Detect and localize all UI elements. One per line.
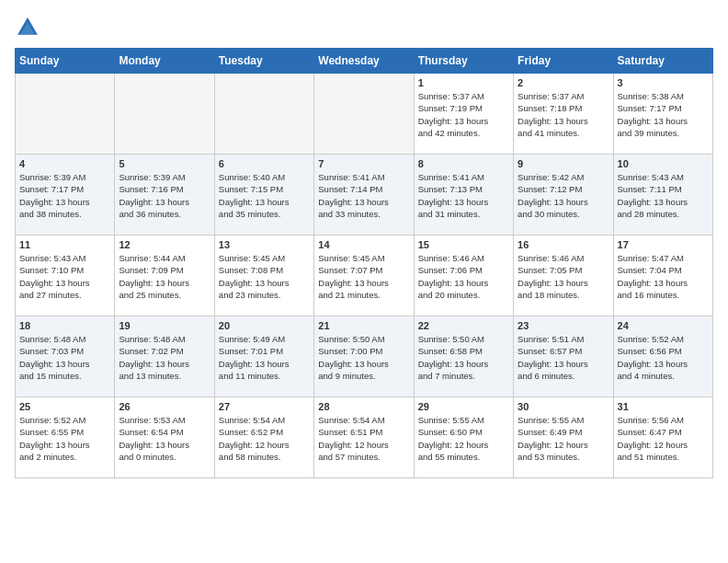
day-info: Sunrise: 5:43 AM Sunset: 7:10 PM Dayligh… <box>19 252 110 301</box>
header-sunday: Sunday <box>16 49 115 74</box>
calendar-cell: 23Sunrise: 5:51 AM Sunset: 6:57 PM Dayli… <box>514 316 613 397</box>
day-number: 17 <box>618 239 709 250</box>
day-number: 7 <box>318 158 409 169</box>
day-info: Sunrise: 5:50 AM Sunset: 7:00 PM Dayligh… <box>318 333 409 382</box>
day-info: Sunrise: 5:54 AM Sunset: 6:52 PM Dayligh… <box>219 414 310 463</box>
day-number: 30 <box>518 401 609 412</box>
day-info: Sunrise: 5:49 AM Sunset: 7:01 PM Dayligh… <box>219 333 310 382</box>
week-row-1: 1Sunrise: 5:37 AM Sunset: 7:19 PM Daylig… <box>16 74 713 155</box>
calendar-cell: 17Sunrise: 5:47 AM Sunset: 7:04 PM Dayli… <box>613 236 712 316</box>
header-row: SundayMondayTuesdayWednesdayThursdayFrid… <box>16 49 713 74</box>
calendar-cell: 22Sunrise: 5:50 AM Sunset: 6:58 PM Dayli… <box>414 316 513 397</box>
calendar-cell: 30Sunrise: 5:55 AM Sunset: 6:49 PM Dayli… <box>514 397 613 478</box>
calendar-cell: 7Sunrise: 5:41 AM Sunset: 7:14 PM Daylig… <box>314 155 414 236</box>
calendar-cell: 18Sunrise: 5:48 AM Sunset: 7:03 PM Dayli… <box>16 316 115 397</box>
calendar-cell: 26Sunrise: 5:53 AM Sunset: 6:54 PM Dayli… <box>115 397 214 478</box>
day-number: 10 <box>618 158 709 169</box>
day-number: 29 <box>418 401 509 412</box>
calendar-cell: 2Sunrise: 5:37 AM Sunset: 7:18 PM Daylig… <box>514 74 613 155</box>
day-info: Sunrise: 5:52 AM Sunset: 6:56 PM Dayligh… <box>618 333 709 382</box>
header-monday: Monday <box>115 49 214 74</box>
header-friday: Friday <box>514 49 613 74</box>
calendar-cell: 29Sunrise: 5:55 AM Sunset: 6:50 PM Dayli… <box>414 397 513 478</box>
day-number: 15 <box>418 239 509 250</box>
day-number: 8 <box>418 158 509 169</box>
calendar-cell: 4Sunrise: 5:39 AM Sunset: 7:17 PM Daylig… <box>16 155 115 236</box>
day-number: 16 <box>518 239 609 250</box>
day-info: Sunrise: 5:41 AM Sunset: 7:13 PM Dayligh… <box>418 171 509 220</box>
week-row-3: 11Sunrise: 5:43 AM Sunset: 7:10 PM Dayli… <box>16 236 713 316</box>
calendar-cell: 20Sunrise: 5:49 AM Sunset: 7:01 PM Dayli… <box>214 316 313 397</box>
calendar-cell: 24Sunrise: 5:52 AM Sunset: 6:56 PM Dayli… <box>613 316 712 397</box>
day-number: 2 <box>518 77 609 88</box>
day-number: 21 <box>318 320 409 331</box>
day-number: 28 <box>318 401 409 412</box>
header-thursday: Thursday <box>414 49 513 74</box>
day-number: 3 <box>618 77 709 88</box>
day-info: Sunrise: 5:45 AM Sunset: 7:08 PM Dayligh… <box>219 252 310 301</box>
calendar-cell: 19Sunrise: 5:48 AM Sunset: 7:02 PM Dayli… <box>115 316 214 397</box>
day-number: 27 <box>219 401 310 412</box>
day-number: 25 <box>19 401 110 412</box>
page-header <box>15 15 713 40</box>
day-info: Sunrise: 5:56 AM Sunset: 6:47 PM Dayligh… <box>618 414 709 463</box>
day-info: Sunrise: 5:55 AM Sunset: 6:49 PM Dayligh… <box>518 414 609 463</box>
calendar-cell <box>314 74 414 155</box>
calendar-cell: 27Sunrise: 5:54 AM Sunset: 6:52 PM Dayli… <box>214 397 313 478</box>
day-info: Sunrise: 5:54 AM Sunset: 6:51 PM Dayligh… <box>318 414 409 463</box>
calendar-cell: 1Sunrise: 5:37 AM Sunset: 7:19 PM Daylig… <box>414 74 513 155</box>
logo <box>15 15 44 40</box>
day-number: 14 <box>318 239 409 250</box>
calendar-cell: 8Sunrise: 5:41 AM Sunset: 7:13 PM Daylig… <box>414 155 513 236</box>
calendar-cell <box>214 74 313 155</box>
day-info: Sunrise: 5:50 AM Sunset: 6:58 PM Dayligh… <box>418 333 509 382</box>
calendar-cell: 9Sunrise: 5:42 AM Sunset: 7:12 PM Daylig… <box>514 155 613 236</box>
day-info: Sunrise: 5:48 AM Sunset: 7:03 PM Dayligh… <box>19 333 110 382</box>
day-info: Sunrise: 5:48 AM Sunset: 7:02 PM Dayligh… <box>119 333 210 382</box>
calendar-cell: 16Sunrise: 5:46 AM Sunset: 7:05 PM Dayli… <box>514 236 613 316</box>
day-info: Sunrise: 5:39 AM Sunset: 7:17 PM Dayligh… <box>19 171 110 220</box>
header-wednesday: Wednesday <box>314 49 414 74</box>
day-number: 24 <box>618 320 709 331</box>
calendar-cell: 6Sunrise: 5:40 AM Sunset: 7:15 PM Daylig… <box>214 155 313 236</box>
week-row-2: 4Sunrise: 5:39 AM Sunset: 7:17 PM Daylig… <box>16 155 713 236</box>
day-info: Sunrise: 5:51 AM Sunset: 6:57 PM Dayligh… <box>518 333 609 382</box>
calendar-cell: 5Sunrise: 5:39 AM Sunset: 7:16 PM Daylig… <box>115 155 214 236</box>
day-number: 26 <box>119 401 210 412</box>
calendar-cell: 12Sunrise: 5:44 AM Sunset: 7:09 PM Dayli… <box>115 236 214 316</box>
day-info: Sunrise: 5:37 AM Sunset: 7:19 PM Dayligh… <box>418 90 509 139</box>
calendar-cell: 3Sunrise: 5:38 AM Sunset: 7:17 PM Daylig… <box>613 74 712 155</box>
day-info: Sunrise: 5:53 AM Sunset: 6:54 PM Dayligh… <box>119 414 210 463</box>
calendar-cell: 25Sunrise: 5:52 AM Sunset: 6:55 PM Dayli… <box>16 397 115 478</box>
day-info: Sunrise: 5:44 AM Sunset: 7:09 PM Dayligh… <box>119 252 210 301</box>
day-number: 9 <box>518 158 609 169</box>
calendar-table: SundayMondayTuesdayWednesdayThursdayFrid… <box>15 48 713 478</box>
calendar-cell: 28Sunrise: 5:54 AM Sunset: 6:51 PM Dayli… <box>314 397 414 478</box>
calendar-cell: 14Sunrise: 5:45 AM Sunset: 7:07 PM Dayli… <box>314 236 414 316</box>
calendar-cell: 31Sunrise: 5:56 AM Sunset: 6:47 PM Dayli… <box>613 397 712 478</box>
day-info: Sunrise: 5:40 AM Sunset: 7:15 PM Dayligh… <box>219 171 310 220</box>
day-info: Sunrise: 5:38 AM Sunset: 7:17 PM Dayligh… <box>618 90 709 139</box>
day-info: Sunrise: 5:45 AM Sunset: 7:07 PM Dayligh… <box>318 252 409 301</box>
day-info: Sunrise: 5:47 AM Sunset: 7:04 PM Dayligh… <box>618 252 709 301</box>
day-number: 1 <box>418 77 509 88</box>
day-info: Sunrise: 5:39 AM Sunset: 7:16 PM Dayligh… <box>119 171 210 220</box>
week-row-5: 25Sunrise: 5:52 AM Sunset: 6:55 PM Dayli… <box>16 397 713 478</box>
week-row-4: 18Sunrise: 5:48 AM Sunset: 7:03 PM Dayli… <box>16 316 713 397</box>
calendar-cell: 21Sunrise: 5:50 AM Sunset: 7:00 PM Dayli… <box>314 316 414 397</box>
day-info: Sunrise: 5:43 AM Sunset: 7:11 PM Dayligh… <box>618 171 709 220</box>
day-number: 4 <box>19 158 110 169</box>
day-number: 31 <box>618 401 709 412</box>
day-info: Sunrise: 5:37 AM Sunset: 7:18 PM Dayligh… <box>518 90 609 139</box>
day-info: Sunrise: 5:46 AM Sunset: 7:06 PM Dayligh… <box>418 252 509 301</box>
day-info: Sunrise: 5:42 AM Sunset: 7:12 PM Dayligh… <box>518 171 609 220</box>
header-saturday: Saturday <box>613 49 712 74</box>
day-number: 19 <box>119 320 210 331</box>
day-number: 5 <box>119 158 210 169</box>
day-number: 6 <box>219 158 310 169</box>
day-number: 13 <box>219 239 310 250</box>
day-info: Sunrise: 5:41 AM Sunset: 7:14 PM Dayligh… <box>318 171 409 220</box>
logo-icon <box>15 15 40 40</box>
calendar-cell <box>115 74 214 155</box>
day-number: 22 <box>418 320 509 331</box>
